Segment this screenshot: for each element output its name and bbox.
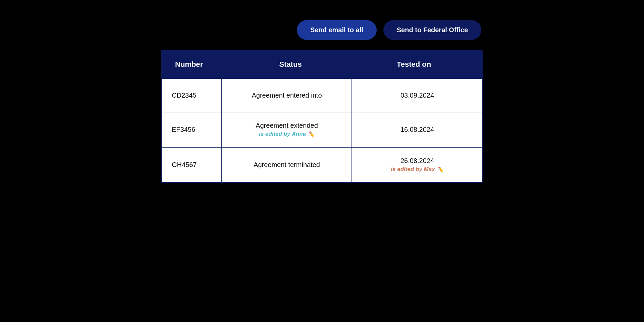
cell-status-1: Agreement entered into — [222, 79, 352, 112]
header-tested-on: Tested on — [352, 60, 476, 69]
toolbar: Send email to all Send to Federal Office — [297, 20, 481, 40]
header-status: Status — [229, 60, 352, 69]
cell-tested-1: 03.09.2024 — [352, 79, 482, 112]
edit-icon: ✏️ — [308, 131, 315, 138]
header-number: Number — [168, 60, 229, 69]
edit-label-max: is edited by Max ✏️ — [391, 166, 443, 173]
cell-tested-3: 26.08.2024 is edited by Max ✏️ — [352, 148, 482, 182]
edit-label-anna: is edited by Anna ✏️ — [259, 131, 315, 138]
edit-icon: ✏️ — [437, 166, 444, 173]
cell-status-3: Agreement terminated — [222, 148, 352, 182]
main-table: Number Status Tested on CD2345 Agreement… — [161, 50, 483, 183]
table-row[interactable]: CD2345 Agreement entered into 03.09.2024 — [162, 78, 482, 112]
send-federal-button[interactable]: Send to Federal Office — [383, 20, 481, 40]
cell-status-2: Agreement extended is edited by Anna ✏️ — [222, 112, 352, 147]
cell-number-1: CD2345 — [162, 79, 222, 112]
cell-number-3: GH4567 — [162, 148, 222, 182]
cell-number-2: EF3456 — [162, 112, 222, 147]
cell-tested-2: 16.08.2024 — [352, 112, 482, 147]
send-email-button[interactable]: Send email to all — [297, 20, 377, 40]
table-header: Number Status Tested on — [162, 51, 482, 78]
table-row[interactable]: EF3456 Agreement extended is edited by A… — [162, 112, 482, 147]
table-row[interactable]: GH4567 Agreement terminated 26.08.2024 i… — [162, 147, 482, 182]
